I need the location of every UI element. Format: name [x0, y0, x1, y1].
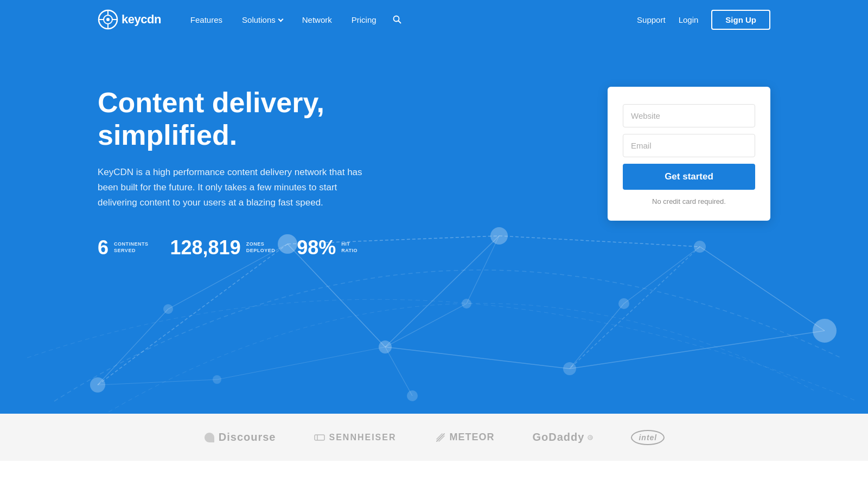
logo-sennheiser: SENNHEISER [314, 432, 396, 443]
get-started-button[interactable]: Get started [623, 164, 755, 190]
nav-right: Support Login Sign Up [637, 10, 770, 30]
logo-text: keycdn [122, 12, 161, 27]
nav-features[interactable]: Features [183, 11, 230, 29]
solutions-chevron-icon [278, 16, 283, 22]
logos-bar: Discourse SENNHEISER METEOR GoDaddy ® in… [0, 412, 868, 461]
logo-meteor: METEOR [435, 432, 495, 443]
svg-text:®: ® [589, 436, 592, 440]
hero-left: Content delivery, simplified. KeyCDN is … [98, 87, 434, 259]
stat-zones-label: ZONES DEPLOYED [246, 241, 276, 254]
support-link[interactable]: Support [637, 15, 666, 24]
nav-solutions[interactable]: Solutions [234, 11, 290, 29]
logo-link[interactable]: keycdn [98, 9, 161, 30]
signup-card: Get started No credit card required. [608, 87, 770, 221]
svg-line-37 [98, 380, 217, 385]
stat-zones: 128,819 ZONES DEPLOYED [170, 236, 276, 259]
svg-line-8 [398, 21, 400, 23]
logo-icon [98, 9, 118, 30]
stat-zones-number: 128,819 [170, 236, 241, 259]
svg-line-36 [570, 304, 624, 369]
svg-rect-39 [315, 435, 324, 440]
svg-line-38 [217, 347, 385, 380]
svg-line-30 [98, 309, 168, 385]
stat-hit-label: HIT RATIO [341, 241, 358, 254]
email-input[interactable] [623, 134, 755, 157]
logo-godaddy: GoDaddy ® [533, 431, 593, 443]
stat-hit-number: 98% [297, 236, 336, 259]
navbar: keycdn Features Solutions Network Pricin… [0, 0, 868, 39]
svg-line-29 [385, 347, 412, 396]
search-icon[interactable] [388, 11, 406, 28]
logo-intel: intel [631, 430, 665, 445]
svg-line-28 [385, 347, 570, 369]
signup-button[interactable]: Sign Up [711, 10, 770, 30]
nav-links: Features Solutions Network Pricing [183, 11, 637, 29]
svg-point-2 [106, 18, 110, 21]
stat-hit-ratio: 98% HIT RATIO [297, 236, 358, 259]
stat-continents: 6 CONTINENTS SERVED [98, 236, 149, 259]
svg-line-34 [385, 304, 467, 347]
hero-stats: 6 CONTINENTS SERVED 128,819 ZONES DEPLOY… [98, 236, 434, 259]
svg-line-32 [570, 331, 825, 369]
logo-discourse: Discourse [203, 431, 276, 443]
hero-content: Content delivery, simplified. KeyCDN is … [0, 0, 868, 303]
hero-title: Content delivery, simplified. [98, 87, 434, 152]
stat-continents-label: CONTINENTS SERVED [114, 241, 149, 254]
nav-pricing[interactable]: Pricing [344, 11, 384, 29]
hero-description: KeyCDN is a high performance content del… [98, 165, 363, 210]
stat-continents-number: 6 [98, 236, 108, 259]
website-input[interactable] [623, 104, 755, 127]
nav-network[interactable]: Network [295, 11, 340, 29]
login-link[interactable]: Login [679, 15, 699, 24]
no-credit-text: No credit card required. [623, 197, 755, 205]
hero-section: Content delivery, simplified. KeyCDN is … [0, 0, 868, 412]
